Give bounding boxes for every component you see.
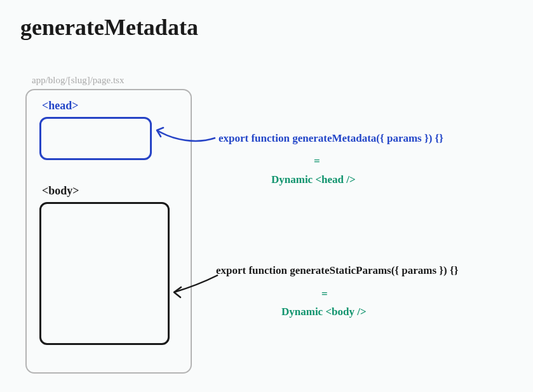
body-box [39, 202, 170, 345]
body-tag-label: <body> [42, 184, 79, 198]
file-path-label: app/blog/[slug]/page.tsx [32, 75, 124, 86]
arrow-to-head-icon [152, 124, 219, 147]
head-box [39, 117, 152, 160]
arrow-to-body-icon [170, 273, 224, 302]
dynamic-body-label: Dynamic <body /> [281, 306, 367, 318]
generate-static-params-function: export function generateStaticParams({ p… [216, 264, 458, 277]
generate-metadata-function: export function generateMetadata({ param… [219, 132, 443, 145]
equals-sign-2: = [321, 288, 328, 301]
dynamic-head-label: Dynamic <head /> [271, 173, 356, 186]
page-title: generateMetadata [20, 14, 198, 41]
equals-sign-1: = [314, 155, 320, 168]
head-tag-label: <head> [42, 99, 79, 112]
